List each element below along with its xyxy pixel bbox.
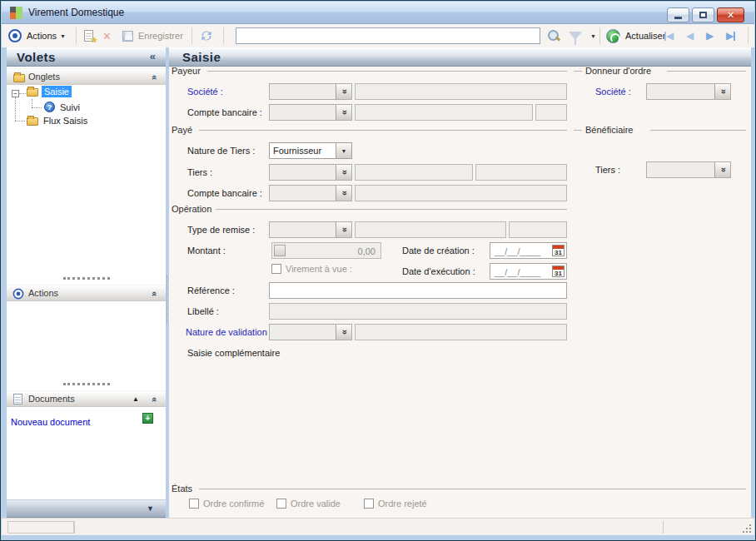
save-button[interactable]: Enregistrer: [122, 24, 183, 47]
section-actions-header[interactable]: Actions «: [7, 285, 166, 301]
actions-icon: [13, 289, 24, 300]
toolbar-separator: [191, 27, 192, 44]
montant-field[interactable]: 0,00: [271, 242, 381, 259]
payeur-compte-combo[interactable]: «: [269, 104, 352, 121]
actions-menu-button[interactable]: Actions ▼: [8, 24, 66, 47]
tree-connector: [32, 107, 42, 108]
payeur-societe-name-field: [355, 83, 567, 100]
paye-tiers-combo[interactable]: «: [269, 164, 352, 181]
refresh-button[interactable]: [199, 24, 214, 47]
chevron-down-icon: ▼: [341, 148, 347, 154]
calendar-icon[interactable]: 31: [552, 266, 565, 277]
ordre-rejete-checkbox[interactable]: [364, 499, 374, 509]
actualiser-button[interactable]: Actualiser: [606, 24, 665, 47]
close-icon: ✕: [727, 10, 734, 21]
date-creation-field[interactable]: __/__/____ 31: [490, 242, 567, 259]
ordre-confirme-checkbox[interactable]: [189, 499, 199, 509]
nav-next-icon: ▶: [706, 30, 714, 42]
collapse-section-icon[interactable]: «: [150, 75, 160, 80]
toolbar-separator: [76, 27, 77, 44]
collapse-section-icon[interactable]: «: [150, 397, 160, 402]
nature-tiers-combo[interactable]: Fournisseur ▼: [269, 142, 352, 159]
reference-field[interactable]: [269, 282, 567, 299]
type-remise-combo[interactable]: «: [269, 221, 352, 238]
beneficiaire-tiers-combo[interactable]: «: [646, 161, 731, 178]
delete-button[interactable]: ✕: [102, 24, 112, 47]
new-document-link[interactable]: Nouveau document: [11, 417, 90, 427]
app-icon: [10, 7, 22, 19]
page-title: Saisie: [182, 50, 221, 64]
filter-dropdown-button[interactable]: ▼: [587, 24, 596, 47]
section-documents-header[interactable]: Documents ▲ «: [7, 390, 166, 407]
group-donneur-line: [667, 71, 746, 72]
document-icon: [13, 394, 22, 405]
main-header: Saisie: [169, 47, 751, 67]
type-remise-extra-field: [509, 221, 567, 238]
maximize-icon: [699, 12, 707, 18]
tree-item-saisie[interactable]: Saisie: [42, 87, 72, 97]
save-icon: [122, 31, 133, 42]
panel-splitter[interactable]: [167, 275, 167, 324]
paye-compte-label: Compte bancaire :: [187, 188, 262, 198]
paye-tiers-name-field: [355, 164, 473, 181]
group-donneur-line: [574, 71, 582, 72]
sidebar-bottom-bar[interactable]: ▼: [7, 499, 166, 518]
group-operation-label: Opération: [172, 204, 211, 214]
group-etats-line: [199, 489, 746, 489]
payeur-compte-field: [355, 104, 533, 121]
refresh-icon: [199, 28, 214, 43]
filter-button[interactable]: [569, 24, 582, 47]
add-document-button[interactable]: +: [142, 413, 153, 424]
actions-label: Actions: [27, 31, 57, 41]
double-chevron-icon: «: [339, 191, 349, 196]
title-bar: Virement Domestique ✕: [2, 2, 754, 24]
collapse-section-icon[interactable]: «: [150, 291, 160, 296]
tree-expand-toggle[interactable]: −: [12, 90, 19, 97]
folder-open-icon: [27, 88, 38, 97]
nature-validation-combo[interactable]: «: [269, 324, 352, 340]
donneur-societe-combo[interactable]: «: [646, 83, 731, 100]
group-donneur-label: Donneur d'ordre: [585, 66, 651, 76]
resize-grip[interactable]: [741, 523, 751, 533]
ordre-valide-checkbox[interactable]: [276, 499, 286, 509]
section-onglets-header[interactable]: Onglets «: [7, 68, 166, 85]
virement-vue-checkbox[interactable]: [271, 264, 281, 274]
double-chevron-icon: «: [339, 110, 349, 115]
paye-compte-combo[interactable]: «: [269, 185, 352, 201]
montant-label: Montant :: [187, 246, 226, 256]
nav-first-button[interactable]: ◀: [664, 24, 674, 47]
chevron-down-icon: ▼: [60, 33, 66, 39]
search-button[interactable]: [547, 24, 560, 47]
date-execution-field[interactable]: __/__/____ 31: [490, 263, 567, 280]
close-button[interactable]: ✕: [717, 7, 744, 22]
calendar-icon[interactable]: 31: [552, 245, 565, 256]
splitter-handle[interactable]: [63, 383, 110, 385]
double-chevron-icon: «: [339, 330, 349, 335]
toolbar: Actions ▼ ★ ✕ Enregistrer ▼ Actuali: [2, 24, 754, 47]
new-document-button[interactable]: ★: [82, 24, 96, 47]
splitter-handle[interactable]: [63, 277, 110, 280]
tree-connector: [15, 121, 25, 122]
nav-previous-button[interactable]: ◀: [686, 24, 694, 47]
toolbar-separator: [599, 27, 600, 44]
date-creation-placeholder: __/__/____: [495, 246, 540, 256]
paye-tiers-extra-field: [475, 164, 567, 181]
tree-item-suivi[interactable]: Suivi: [60, 102, 80, 112]
montant-calculator-button[interactable]: [274, 245, 286, 256]
double-chevron-icon: «: [718, 89, 728, 94]
maximize-button[interactable]: [692, 7, 714, 22]
libelle-field: [269, 303, 567, 320]
tree-connector: [32, 99, 32, 107]
tree-item-flux-saisis[interactable]: Flux Saisis: [43, 116, 87, 126]
nav-last-button[interactable]: ▶: [726, 24, 735, 47]
payeur-societe-combo[interactable]: «: [269, 83, 352, 100]
nature-validation-field: [355, 324, 567, 340]
triangle-up-icon[interactable]: ▲: [132, 395, 139, 403]
collapse-sidebar-icon[interactable]: «: [150, 50, 156, 62]
toolbar-separator: [748, 27, 749, 44]
delete-icon: ✕: [102, 30, 112, 42]
minimize-button[interactable]: [667, 7, 689, 22]
search-input[interactable]: [236, 27, 540, 44]
minimize-icon: [674, 17, 682, 19]
nav-next-button[interactable]: ▶: [706, 24, 714, 47]
